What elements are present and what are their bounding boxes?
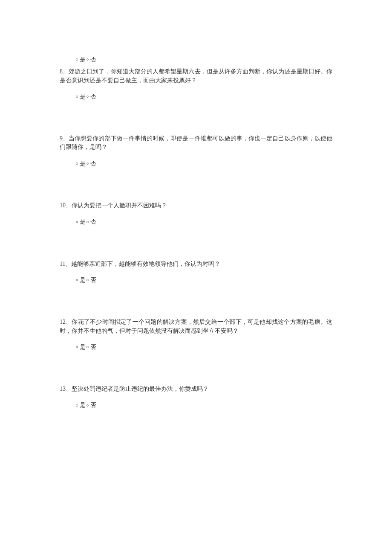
question-7-options: 是否 (75, 55, 332, 64)
question-text: 9、当你想要你的部下做一件事情的时候，即使是一件谁都可以做的事，你也一定自己以身… (60, 134, 332, 152)
bullet-icon (86, 279, 89, 281)
option-no[interactable]: 否 (90, 93, 96, 100)
bullet-icon (86, 58, 89, 61)
question-9-options: 是否 (75, 160, 332, 168)
bullet-icon (76, 221, 78, 223)
option-yes[interactable]: 是 (80, 344, 86, 350)
question-9: 9、当你想要你的部下做一件事情的时候，即使是一件谁都可以做的事，你也一定自己以身… (60, 134, 332, 168)
question-10: 10、你认为要把一个人撤职并不困难吗？ 是否 (60, 201, 332, 227)
question-11-options: 是否 (75, 276, 332, 285)
question-13: 13、坚决处罚违纪者是防止违纪的最佳办法，你赞成吗？ 是否 (60, 385, 332, 410)
bullet-icon (76, 279, 78, 281)
bullet-icon (76, 346, 78, 348)
question-text: 13、坚决处罚违纪者是防止违纪的最佳办法，你赞成吗？ (60, 385, 332, 393)
bullet-icon (86, 221, 89, 223)
option-yes[interactable]: 是 (80, 56, 86, 63)
bullet-icon (76, 96, 78, 98)
bullet-icon (76, 163, 78, 165)
bullet-icon (86, 163, 89, 165)
option-yes[interactable]: 是 (80, 93, 86, 100)
bullet-icon (76, 404, 78, 407)
option-no[interactable]: 否 (90, 277, 96, 283)
question-12-options: 是否 (75, 343, 332, 352)
bullet-icon (86, 404, 89, 407)
option-no[interactable]: 否 (90, 56, 96, 63)
question-10-options: 是否 (75, 218, 332, 226)
question-text: 12、你花了不少时间拟定了一个问题的解决方案，然后交给一个部下，可是他却找这个方… (60, 318, 332, 335)
option-no[interactable]: 否 (90, 402, 96, 408)
question-text: 10、你认为要把一个人撤职并不困难吗？ (60, 201, 332, 210)
question-text: 11、越能够亲近部下，越能够有效地领导他们，你认为对吗？ (60, 260, 332, 268)
bullet-icon (86, 346, 89, 348)
question-13-options: 是否 (75, 401, 332, 410)
option-no[interactable]: 否 (90, 160, 96, 167)
option-no[interactable]: 否 (90, 344, 96, 350)
option-yes[interactable]: 是 (80, 402, 86, 408)
bullet-icon (76, 58, 78, 61)
bullet-icon (86, 96, 89, 98)
question-12: 12、你花了不少时间拟定了一个问题的解决方案，然后交给一个部下，可是他却找这个方… (60, 318, 332, 352)
question-text: 8、郊游之日到了，你知道大部分的人都希望星期六去，但是从许多方面判断，你认为还是… (60, 67, 332, 85)
option-yes[interactable]: 是 (80, 277, 86, 283)
question-8: 8、郊游之日到了，你知道大部分的人都希望星期六去，但是从许多方面判断，你认为还是… (60, 67, 332, 101)
option-yes[interactable]: 是 (80, 160, 86, 167)
question-8-options: 是否 (75, 93, 332, 101)
option-no[interactable]: 否 (90, 218, 96, 225)
question-11: 11、越能够亲近部下，越能够有效地领导他们，你认为对吗？ 是否 (60, 260, 332, 285)
option-yes[interactable]: 是 (80, 218, 86, 225)
